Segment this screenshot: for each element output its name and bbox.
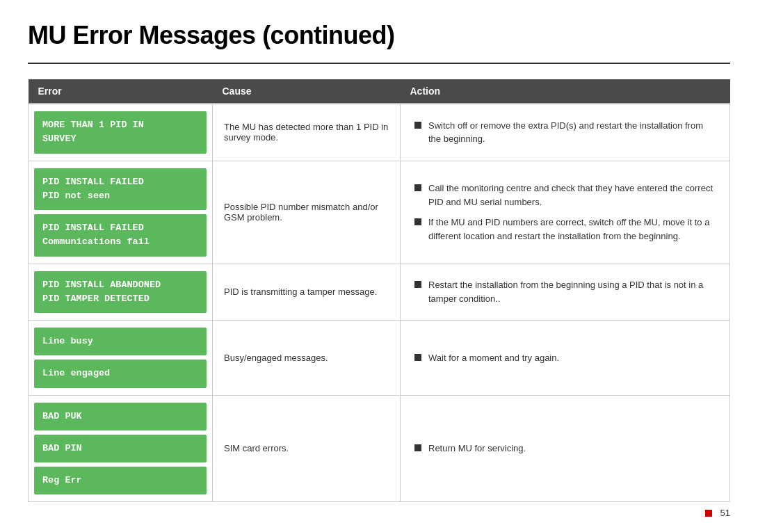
action-bullet: Call the monitoring centre and check tha… xyxy=(414,182,716,209)
action-bullet: Switch off or remove the extra PID(s) an… xyxy=(414,119,716,146)
bullet-square-icon xyxy=(414,281,421,288)
error-cell: PID INSTALL FAILED PID not seenPID INSTA… xyxy=(29,161,213,264)
table-header-row: Error Cause Action xyxy=(29,79,730,104)
table-row: PID INSTALL ABANDONED PID TAMPER DETECTE… xyxy=(29,264,730,321)
action-text: Wait for a moment and try again. xyxy=(428,351,559,365)
action-bullet: Wait for a moment and try again. xyxy=(414,351,716,365)
page-number-square-icon xyxy=(705,510,712,517)
error-table: Error Cause Action MORE THAN 1 PID IN SU… xyxy=(28,79,730,502)
error-box: PID INSTALL FAILED PID not seen xyxy=(34,168,207,211)
title-divider xyxy=(28,63,730,64)
table-row: BAD PUKBAD PINReg ErrSIM card errors.Ret… xyxy=(29,395,730,502)
action-bullet: Restart the installation from the beginn… xyxy=(414,278,716,305)
cause-cell: Busy/engaged messages. xyxy=(213,321,401,396)
error-box: MORE THAN 1 PID IN SURVEY xyxy=(34,111,207,154)
cause-cell: The MU has detected more than 1 PID in s… xyxy=(213,104,401,161)
error-box: Line busy xyxy=(34,328,207,355)
cause-cell: Possible PID number mismatch and/or GSM … xyxy=(213,161,401,264)
error-cell: MORE THAN 1 PID IN SURVEY xyxy=(29,104,213,161)
error-box: BAD PUK xyxy=(34,403,207,430)
error-cell: PID INSTALL ABANDONED PID TAMPER DETECTE… xyxy=(29,264,213,321)
bullet-square-icon xyxy=(414,122,421,129)
table-row: MORE THAN 1 PID IN SURVEYThe MU has dete… xyxy=(29,104,730,161)
page-title: MU Error Messages (continued) xyxy=(28,21,730,50)
action-cell: Restart the installation from the beginn… xyxy=(401,264,730,321)
table-row: PID INSTALL FAILED PID not seenPID INSTA… xyxy=(29,161,730,264)
bullet-square-icon xyxy=(414,354,421,361)
action-cell: Wait for a moment and try again. xyxy=(401,321,730,396)
error-cell: Line busyLine engaged xyxy=(29,321,213,396)
bullet-square-icon xyxy=(414,184,421,191)
cause-cell: SIM card errors. xyxy=(213,395,401,502)
bullet-square-icon xyxy=(414,218,421,225)
action-text: If the MU and PID numbers are correct, s… xyxy=(428,216,716,243)
error-cell: BAD PUKBAD PINReg Err xyxy=(29,395,213,502)
action-bullet: Return MU for servicing. xyxy=(414,442,716,456)
table-row: Line busyLine engagedBusy/engaged messag… xyxy=(29,321,730,396)
error-box: BAD PIN xyxy=(34,435,207,462)
action-bullet: If the MU and PID numbers are correct, s… xyxy=(414,216,716,243)
action-text: Switch off or remove the extra PID(s) an… xyxy=(428,119,716,146)
action-cell: Switch off or remove the extra PID(s) an… xyxy=(401,104,730,161)
cause-cell: PID is transmitting a tamper message. xyxy=(213,264,401,321)
error-box: PID INSTALL ABANDONED PID TAMPER DETECTE… xyxy=(34,271,207,314)
bullet-square-icon xyxy=(414,444,421,451)
action-cell: Return MU for servicing. xyxy=(401,395,730,502)
action-cell: Call the monitoring centre and check tha… xyxy=(401,161,730,264)
error-box: Line engaged xyxy=(34,360,207,387)
action-text: Return MU for servicing. xyxy=(428,442,526,456)
page-number-text: 51 xyxy=(720,508,730,518)
error-box: PID INSTALL FAILED Communications fail xyxy=(34,214,207,257)
page-number-area: 51 xyxy=(705,508,730,518)
action-text: Call the monitoring centre and check tha… xyxy=(428,182,716,209)
error-box: Reg Err xyxy=(34,467,207,494)
col-header-action: Action xyxy=(401,79,730,104)
col-header-cause: Cause xyxy=(213,79,401,104)
col-header-error: Error xyxy=(29,79,213,104)
action-text: Restart the installation from the beginn… xyxy=(428,278,716,305)
